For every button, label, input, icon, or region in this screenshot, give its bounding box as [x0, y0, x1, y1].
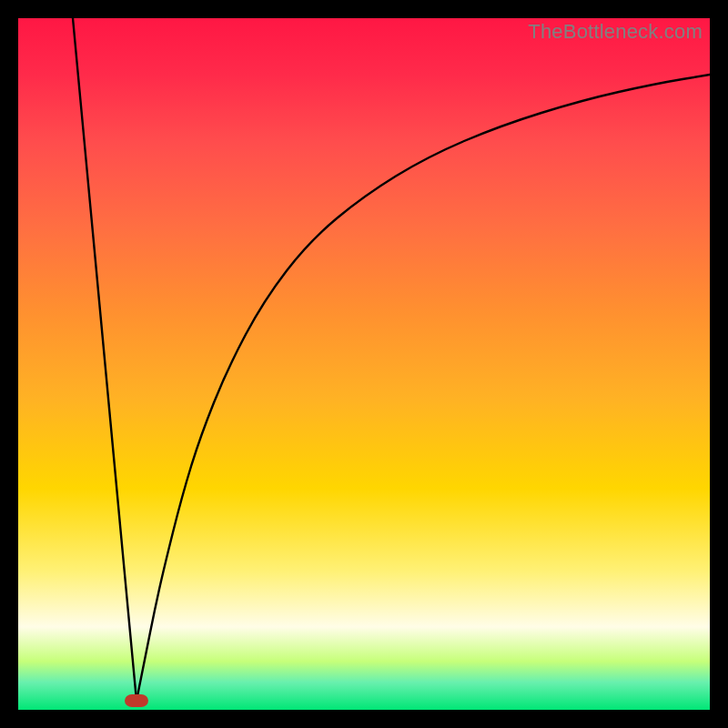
chart-frame: TheBottleneck.com — [0, 0, 728, 728]
watermark-text: TheBottleneck.com — [528, 20, 703, 44]
minimum-marker — [125, 694, 148, 707]
plot-area: TheBottleneck.com — [18, 18, 710, 710]
curve-layer — [18, 18, 710, 710]
curve-left-branch — [73, 18, 136, 701]
curve-right-branch — [136, 75, 710, 701]
